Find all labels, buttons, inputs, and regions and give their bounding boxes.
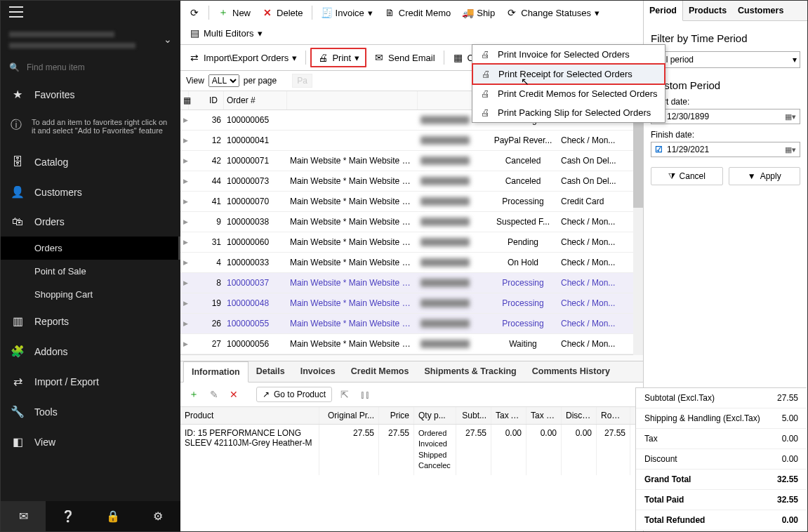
per-page-select[interactable]: ALL <box>208 74 239 87</box>
settings-button[interactable]: ⚙ <box>135 501 180 531</box>
ph-disc[interactable]: Disco... <box>562 407 597 424</box>
orders-grid: ▦ ID Order # Status Payment M... ▶361000… <box>180 91 643 361</box>
orders-scrollbar[interactable] <box>633 109 643 355</box>
product-row[interactable]: ID: 15 PERFORMANCE LONG SLEEV 42110JM-Gr… <box>180 425 643 475</box>
credit-memo-button[interactable]: 🗎Credit Memo <box>380 4 455 21</box>
tab-information[interactable]: Information <box>183 361 249 383</box>
tab-customers[interactable]: Customers <box>732 1 789 20</box>
sidebar-item-view[interactable]: ◧ View <box>1 427 180 457</box>
expand-icon[interactable]: ▶ <box>180 256 189 269</box>
delete-product-button[interactable]: ✕ <box>227 387 241 401</box>
tab-credit-memos[interactable]: Credit Memos <box>343 361 417 382</box>
mail-button[interactable]: ✉ <box>1 501 46 531</box>
col-exp[interactable]: ▦ <box>180 91 189 109</box>
tab-details[interactable]: Details <box>249 361 293 382</box>
sidebar-item-orders[interactable]: 🛍 Orders <box>1 207 180 237</box>
full-period-select[interactable]: Full period ▾ <box>651 51 800 68</box>
table-row[interactable]: ▶27100000056Main Website * Main Website … <box>180 334 643 354</box>
ph-price[interactable]: Price <box>379 407 414 424</box>
print-button[interactable]: 🖨Print▾ <box>313 49 364 66</box>
sidebar-item-import-export[interactable]: ⇄ Import / Export <box>1 366 180 397</box>
ph-orig[interactable]: Original Pr... <box>319 407 379 424</box>
checkbox-icon[interactable]: ☑ <box>655 145 663 154</box>
tab-shipments[interactable]: Shipments & Tracking <box>416 361 524 382</box>
sidebar-sub-cart[interactable]: Shopping Cart <box>1 283 180 306</box>
sidebar-sub-pos[interactable]: Point of Sale <box>1 260 180 283</box>
table-row[interactable]: ▶31100000060Main Website * Main Website … <box>180 232 643 253</box>
print-invoice-item[interactable]: 🖨Print Invoice for Selected Orders <box>472 45 665 64</box>
sidebar-item-tools[interactable]: 🔧 Tools <box>1 397 180 427</box>
prod-price: 27.55 <box>379 425 414 475</box>
calendar-icon[interactable]: ▦▾ <box>785 112 796 121</box>
print-creditmemo-item[interactable]: 🖨Print Credit Memos for Selected Orders <box>472 84 665 103</box>
account-selector[interactable]: ⌄ <box>1 23 180 55</box>
cell-order: 100000033 <box>224 255 287 270</box>
ph-taxp[interactable]: Tax P... <box>526 407 562 424</box>
table-row[interactable]: ▶12100000041PayPal Rever...Check / Mon..… <box>180 131 643 151</box>
sidebar-item-reports[interactable]: ▥ Reports <box>1 306 180 336</box>
ph-sub[interactable]: Subt... <box>456 407 491 424</box>
table-row[interactable]: ▶42100000071Main Website * Main Website … <box>180 151 643 171</box>
table-row[interactable]: ▶41100000070Main Website * Main Website … <box>180 192 643 212</box>
apply-button[interactable]: ▼Apply <box>729 167 801 185</box>
table-row[interactable]: ▶19100000048Main Website * Main Website … <box>180 293 643 314</box>
ph-product[interactable]: Product <box>180 407 319 424</box>
sidebar-item-catalog[interactable]: 🗄 Catalog <box>1 147 180 177</box>
delete-button[interactable]: ✕Delete <box>258 4 307 21</box>
start-date-input[interactable]: ☑ 12/30/1899 ▦▾ <box>651 109 800 124</box>
lock-button[interactable]: 🔒 <box>91 501 135 531</box>
col-order[interactable]: Order # <box>224 91 287 109</box>
import-export-orders-button[interactable]: ⇄Import\Export Orders▾ <box>185 49 301 66</box>
goto-product-button[interactable]: ↗Go to Product <box>256 387 332 402</box>
expand-icon[interactable]: ▶ <box>180 297 189 310</box>
ship-button[interactable]: 🚚Ship <box>458 4 499 21</box>
multi-editors-button[interactable]: ▤Multi Editors▾ <box>185 25 267 41</box>
invoice-button[interactable]: 🧾Invoice▾ <box>317 4 377 21</box>
sidebar-search[interactable]: 🔍 Find menu item <box>1 55 180 79</box>
tab-comments[interactable]: Comments History <box>524 361 618 382</box>
add-product-button[interactable]: ＋ <box>186 387 201 402</box>
expand-icon[interactable]: ▶ <box>180 215 189 228</box>
expand-icon[interactable]: ▶ <box>180 236 189 248</box>
expand-icon[interactable]: ▶ <box>180 195 189 208</box>
new-button[interactable]: ＋New <box>213 4 255 22</box>
edit-product-button[interactable]: ✎ <box>207 387 221 401</box>
table-row[interactable]: ▶44100000073Main Website * Main Website … <box>180 171 643 192</box>
cell-bill <box>418 296 488 310</box>
collapse-icon[interactable]: ⇱ <box>338 387 352 401</box>
help-button[interactable]: ❔ <box>46 501 91 531</box>
expand-icon[interactable]: ▶ <box>180 175 189 187</box>
send-email-button[interactable]: ✉Send Email <box>369 49 439 66</box>
col-id[interactable]: ID <box>189 91 224 109</box>
print-receipt-item[interactable]: 🖨Print Receipt for Selected Orders <box>472 63 665 85</box>
ph-row[interactable]: Row ... <box>597 407 630 424</box>
sidebar-item-addons[interactable]: 🧩 Addons <box>1 336 180 366</box>
tab-invoices[interactable]: Invoices <box>293 361 343 382</box>
expand-icon[interactable]: ▶ <box>180 338 189 350</box>
change-statuses-button[interactable]: ⟳Change Statuses▾ <box>502 4 604 21</box>
ph-qty[interactable]: Qty p... <box>414 407 456 424</box>
calendar-icon[interactable]: ▦▾ <box>785 145 796 154</box>
tab-products[interactable]: Products <box>683 1 732 20</box>
cancel-button[interactable]: ⧩Cancel <box>651 167 723 185</box>
sidebar-item-favorites[interactable]: ★ Favorites <box>1 79 180 109</box>
print-packingslip-item[interactable]: 🖨Print Packing Slip for Selected Orders <box>472 103 665 122</box>
finish-date-input[interactable]: ☑ 11/29/2021 ▦▾ <box>651 142 800 157</box>
sidebar-sub-orders[interactable]: Orders <box>1 237 180 260</box>
hamburger-menu[interactable] <box>9 6 23 18</box>
expand-icon[interactable]: ▶ <box>180 134 189 147</box>
col-purchase[interactable] <box>287 91 418 109</box>
expand-icon[interactable]: ▶ <box>180 317 189 330</box>
expand-icon[interactable]: ▶ <box>180 114 189 126</box>
table-row[interactable]: ▶4100000033Main Website * Main Website S… <box>180 253 643 273</box>
expand-icon[interactable]: ▶ <box>180 277 189 289</box>
expand-icon[interactable]: ▶ <box>180 154 189 167</box>
sidebar-item-customers[interactable]: 👤 Customers <box>1 177 180 207</box>
table-row[interactable]: ▶26100000055Main Website * Main Website … <box>180 314 643 334</box>
table-row[interactable]: ▶9100000038Main Website * Main Website S… <box>180 212 643 232</box>
table-row[interactable]: ▶8100000037Main Website * Main Website S… <box>180 273 643 293</box>
tab-period[interactable]: Period <box>644 1 683 21</box>
split-icon[interactable]: ⫿⫿ <box>357 387 373 401</box>
refresh-button[interactable]: ⟳ <box>185 4 204 21</box>
ph-taxa[interactable]: Tax A... <box>491 407 526 424</box>
